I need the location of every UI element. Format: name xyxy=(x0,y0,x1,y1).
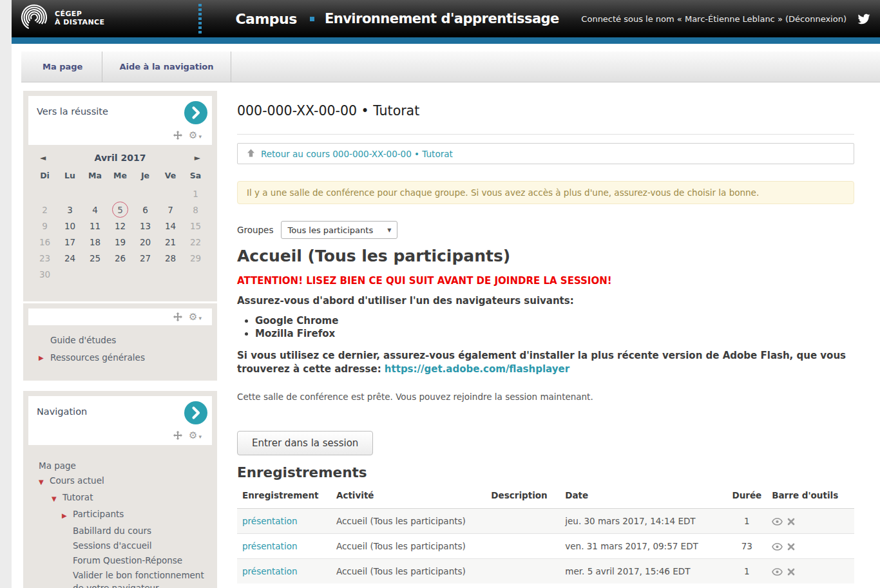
preview-eye-icon[interactable] xyxy=(772,568,783,576)
back-to-course-link[interactable]: Retour au cours 000-000-XX-00-00 • Tutor… xyxy=(261,149,453,159)
recording-link[interactable]: présentation xyxy=(242,541,297,551)
calendar-day: 16 xyxy=(32,234,57,250)
delete-x-icon[interactable] xyxy=(787,568,795,576)
calendar: ◄ Avril 2017 ► DiLuMaMeJeVeSa 1234567891… xyxy=(28,145,212,296)
red-right-triangle-icon: ▶ xyxy=(39,352,50,364)
calendar-day: 8 xyxy=(183,202,208,218)
calendar-day: 4 xyxy=(82,202,108,218)
nav-tree-item-label: Valider le bon fonctionnement de votre n… xyxy=(73,569,206,588)
tab-bar: Ma page Aide à la navigation xyxy=(21,52,880,82)
recordings-tbody: présentationAccueil (Tous les participan… xyxy=(237,509,854,584)
groups-row: Groupes Tous les participants ▼ xyxy=(237,221,854,239)
gear-icon[interactable]: ⚙▾ xyxy=(189,311,202,323)
recording-duration: 73 xyxy=(727,534,767,559)
calendar-day: 29 xyxy=(183,250,208,266)
calendar-day: 6 xyxy=(133,202,158,218)
nav-tree-item[interactable]: ▼Tutorat xyxy=(52,491,206,506)
group-notice: Il y a une salle de conférence pour chaq… xyxy=(237,181,854,204)
nav-tree-item[interactable]: Forum Question-Réponse xyxy=(62,554,206,567)
calendar-day: 3 xyxy=(57,202,82,218)
recording-link[interactable]: présentation xyxy=(242,516,297,526)
recording-duration: 1 xyxy=(727,559,767,584)
preview-eye-icon[interactable] xyxy=(772,518,783,526)
recording-toolbar xyxy=(767,534,854,559)
move-icon[interactable] xyxy=(173,431,182,440)
collapse-triangle-icon[interactable]: ▼ xyxy=(39,474,50,489)
dock-chevron-button[interactable] xyxy=(184,101,207,124)
recording-row: présentationAccueil (Tous les participan… xyxy=(237,559,854,584)
calendar-grid: 1234567891011121314151617181920212223242… xyxy=(32,185,208,282)
sidebar-resource-link[interactable]: Guide d'études xyxy=(39,334,212,346)
empty-icon-slot xyxy=(62,554,73,556)
twitter-icon[interactable] xyxy=(857,13,871,25)
calendar-day: 1 xyxy=(183,185,208,202)
enter-session-button[interactable]: Entrer dans la session xyxy=(237,431,373,455)
empty-icon-slot xyxy=(62,524,73,526)
main-content: 000-000-XX-00-00 • Tutorat Retour au cou… xyxy=(237,97,854,583)
warning-text: ATTENTION! LISEZ BIEN CE QUI SUIT AVANT … xyxy=(237,275,854,287)
nav-tree-item-label: Cours actuel xyxy=(50,474,104,487)
brand-campus: Campus xyxy=(235,11,296,27)
navigation-block: Navigation ⚙▾ Ma page▼Cours actuel▼Tutor… xyxy=(23,391,217,588)
nav-tree-item[interactable]: ▶Participants xyxy=(62,507,206,522)
sidebar-resource-link[interactable]: ▶Ressources générales xyxy=(39,352,212,364)
cegep-logo-link[interactable]: CÉGEP À DISTANCE xyxy=(19,3,104,35)
gear-icon[interactable]: ⚙▾ xyxy=(189,430,202,441)
preview-eye-icon[interactable] xyxy=(772,543,783,551)
nav-tree-item-label: Forum Question-Réponse xyxy=(73,554,182,567)
calendar-day: 9 xyxy=(32,218,57,234)
calendar-day: 21 xyxy=(158,234,183,250)
recording-toolbar xyxy=(767,509,854,534)
gear-icon[interactable]: ⚙▾ xyxy=(189,129,202,141)
move-icon[interactable] xyxy=(173,131,182,140)
calendar-day xyxy=(57,266,82,282)
recording-link[interactable]: présentation xyxy=(242,566,297,576)
recordings-header-row: Enregistrement Activité Description Date… xyxy=(237,486,854,509)
delete-x-icon[interactable] xyxy=(787,543,795,551)
groups-select[interactable]: Tous les participants ▼ xyxy=(281,221,397,239)
calendar-day: 20 xyxy=(133,234,158,250)
nav-tree-item[interactable]: Ma page xyxy=(39,459,206,472)
nav-tree-item[interactable]: Valider le bon fonctionnement de votre n… xyxy=(62,569,206,588)
calendar-day: 30 xyxy=(32,266,57,282)
calendar-day: 14 xyxy=(158,218,183,234)
browsers-list: Google Chrome Mozilla Firefox xyxy=(255,314,854,340)
nav-tree-item[interactable]: ▼Cours actuel xyxy=(39,474,206,489)
move-icon[interactable] xyxy=(173,312,182,321)
calendar-day: 2 xyxy=(32,202,57,218)
calendar-day xyxy=(32,185,57,202)
calendar-day: 24 xyxy=(57,250,82,266)
tab-ma-page[interactable]: Ma page xyxy=(21,52,102,82)
calendar-next-button[interactable]: ► xyxy=(195,153,200,162)
calendar-day: 27 xyxy=(133,250,158,266)
dock-chevron-button[interactable] xyxy=(184,401,207,424)
recordings-table: Enregistrement Activité Description Date… xyxy=(237,486,854,583)
calendar-title: Avril 2017 xyxy=(46,153,195,163)
recordings-title: Enregistrements xyxy=(237,464,854,480)
logout-link[interactable]: (Déconnexion) xyxy=(785,14,847,24)
calendar-day xyxy=(82,185,108,202)
flash-download-link[interactable]: https://get.adobe.com/flashplayer xyxy=(385,363,569,375)
up-arrow-icon xyxy=(247,147,255,160)
calendar-prev-button[interactable]: ◄ xyxy=(40,153,46,162)
nav-tree-item-label: Participants xyxy=(73,507,124,520)
empty-icon-slot xyxy=(62,539,73,541)
recording-activity: Accueil (Tous les participants) xyxy=(331,534,486,559)
calendar-day: 15 xyxy=(183,218,208,234)
page: CÉGEP À DISTANCE Campus Environnement d'… xyxy=(0,0,880,588)
nav-tree-item[interactable]: Babillard du cours xyxy=(62,524,206,537)
expand-triangle-icon[interactable]: ▶ xyxy=(62,507,73,522)
delete-x-icon[interactable] xyxy=(787,518,795,526)
block-header: ⚙▾ xyxy=(28,308,212,325)
groups-selected-value: Tous les participants xyxy=(287,225,373,235)
recording-date: jeu. 30 mars 2017, 14:14 EDT xyxy=(560,509,727,534)
calendar-day: 26 xyxy=(108,250,133,266)
header-dotted-divider xyxy=(198,4,202,33)
tab-aide-navigation[interactable]: Aide à la navigation xyxy=(102,52,231,82)
calendar-day: 5 xyxy=(108,202,133,218)
calendar-day: 10 xyxy=(57,218,82,234)
nav-tree-item-label: Sessions d'accueil xyxy=(73,539,152,552)
calendar-day xyxy=(108,185,133,202)
collapse-triangle-icon[interactable]: ▼ xyxy=(52,491,62,506)
nav-tree-item[interactable]: Sessions d'accueil xyxy=(62,539,206,552)
